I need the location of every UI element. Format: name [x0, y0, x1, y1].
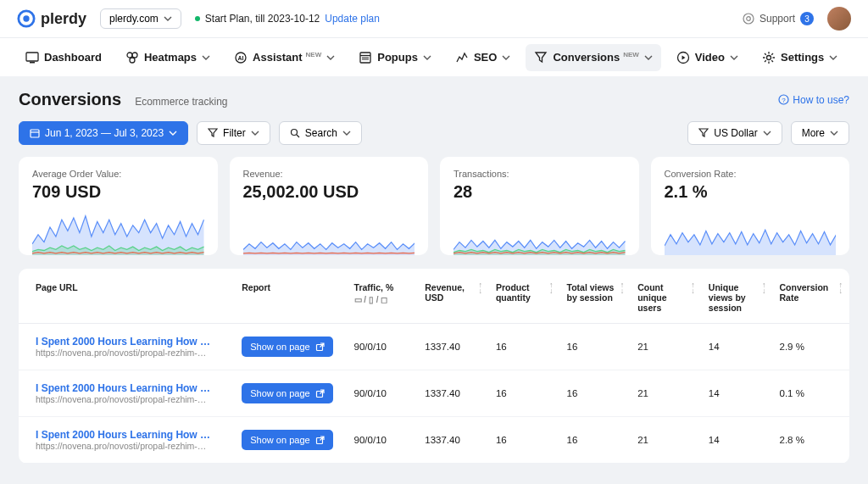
show-on-page-button[interactable]: Show on page	[242, 430, 332, 450]
cell-cr: 0.1 %	[773, 370, 849, 417]
chevron-down-icon	[326, 53, 335, 62]
svg-point-21	[291, 130, 297, 136]
chevron-down-icon	[169, 129, 177, 137]
page-url: https://novena.pro/novosti/propal-rezhim…	[36, 441, 214, 451]
metric-value: 28	[453, 182, 626, 202]
heatmaps-icon	[125, 51, 139, 64]
chevron-down-icon	[763, 129, 771, 137]
page-link[interactable]: I Spent 2000 Hours Learning How To Learn…	[36, 336, 214, 348]
dashboard-icon	[25, 51, 39, 64]
metric-card: Conversion Rate: 2.1 %	[651, 157, 850, 255]
table-row: I Spent 2000 Hours Learning How To Learn…	[19, 324, 849, 370]
nav-dashboard[interactable]: Dashboard	[17, 44, 110, 71]
help-icon: ?	[778, 94, 789, 105]
svg-text:?: ?	[782, 97, 787, 104]
cell-views: 16	[560, 324, 632, 370]
seo-icon	[455, 51, 469, 64]
col-report[interactable]: Report	[235, 269, 347, 324]
search-button[interactable]: Search	[279, 121, 362, 145]
nav-settings[interactable]: Settings	[754, 44, 846, 71]
chevron-down-icon	[164, 14, 172, 23]
nav-video[interactable]: Video	[668, 44, 747, 71]
svg-point-16	[766, 55, 771, 59]
sparkline-chart	[243, 209, 415, 255]
support-link[interactable]: Support 3	[743, 12, 814, 25]
col-views[interactable]: Total views by session↑↓	[560, 269, 632, 324]
how-to-use-link[interactable]: ? How to use?	[778, 94, 849, 106]
metric-value: 25,002.00 USD	[243, 182, 415, 202]
filter-button[interactable]: Filter	[197, 121, 270, 145]
metric-card: Revenue: 25,002.00 USD	[230, 157, 429, 255]
external-link-icon	[315, 342, 325, 352]
nav-assistant[interactable]: AI Assistant NEW	[225, 44, 343, 71]
external-link-icon	[315, 436, 325, 445]
more-button[interactable]: More	[791, 121, 849, 145]
show-on-page-button[interactable]: Show on page	[242, 383, 332, 403]
svg-rect-4	[26, 53, 38, 61]
domain-selector[interactable]: plerdy.com	[100, 8, 181, 29]
nav-seo[interactable]: SEO	[447, 44, 519, 71]
cell-views: 16	[560, 370, 632, 417]
update-plan-link[interactable]: Update plan	[325, 13, 380, 25]
svg-point-7	[132, 53, 137, 58]
page-url: https://novena.pro/novosti/propal-rezhim…	[36, 394, 214, 404]
new-badge: NEW	[623, 51, 639, 58]
col-traffic[interactable]: Traffic, %▭ / ▯ / ◻	[348, 269, 419, 324]
metric-label: Conversion Rate:	[665, 169, 837, 179]
date-range-button[interactable]: Jun 1, 2023 — Jul 3, 2023	[19, 121, 188, 145]
sparkline-chart	[32, 209, 204, 255]
filter-icon	[208, 128, 218, 138]
page-subtitle: Ecommerce tracking	[135, 96, 227, 108]
page-title: Conversions	[19, 90, 121, 109]
svg-point-3	[747, 17, 751, 21]
chevron-down-icon	[423, 53, 431, 62]
metric-label: Average Order Value:	[32, 169, 204, 179]
page-link[interactable]: I Spent 2000 Hours Learning How To Learn…	[36, 382, 214, 394]
col-quantity[interactable]: Product quantity↑↓	[489, 269, 560, 324]
cell-quantity: 16	[489, 324, 560, 370]
svg-point-8	[130, 58, 135, 63]
chevron-down-icon	[830, 129, 838, 137]
nav-popups[interactable]: Popups	[350, 44, 440, 71]
page-link[interactable]: I Spent 2000 Hours Learning How To Learn…	[36, 429, 214, 441]
col-revenue[interactable]: Revenue, USD↑↓	[418, 269, 489, 324]
cell-cr: 2.9 %	[773, 324, 849, 370]
sparkline-chart	[665, 209, 837, 255]
cell-unique-views: 14	[702, 417, 773, 464]
show-on-page-button[interactable]: Show on page	[242, 337, 332, 357]
cell-users: 21	[631, 417, 702, 464]
col-url[interactable]: Page URL	[19, 269, 235, 324]
chevron-down-icon	[502, 53, 510, 62]
svg-rect-5	[30, 62, 35, 64]
filter-icon	[698, 128, 709, 138]
status-dot-icon	[195, 16, 200, 21]
metric-label: Transactions:	[453, 169, 626, 179]
new-badge: NEW	[306, 51, 322, 58]
conversions-icon	[534, 51, 548, 64]
cell-revenue: 1337.40	[418, 324, 489, 370]
chevron-down-icon	[342, 129, 351, 137]
logo[interactable]: plerdy	[17, 9, 86, 28]
cell-views: 16	[560, 417, 632, 464]
chevron-down-icon	[730, 53, 738, 62]
metric-value: 2.1 %	[665, 182, 837, 202]
nav-heatmaps[interactable]: Heatmaps	[117, 44, 219, 71]
cell-revenue: 1337.40	[418, 370, 489, 417]
avatar[interactable]	[827, 7, 851, 31]
support-icon	[743, 13, 754, 25]
cell-quantity: 16	[489, 370, 560, 417]
col-users[interactable]: Count unique users↑↓	[631, 269, 702, 324]
brand-text: plerdy	[41, 10, 86, 28]
cell-unique-views: 14	[702, 370, 773, 417]
metric-value: 709 USD	[32, 182, 204, 202]
page-url: https://novena.pro/novosti/propal-rezhim…	[36, 348, 214, 358]
col-cr[interactable]: Conversion Rate↑↓	[773, 269, 849, 324]
calendar-icon	[30, 128, 40, 138]
svg-point-2	[743, 14, 754, 24]
svg-point-6	[127, 53, 132, 58]
col-unique-views[interactable]: Unique views by session↑↓	[702, 269, 773, 324]
nav-conversions[interactable]: Conversions NEW	[526, 44, 660, 71]
cell-traffic: 90/0/10	[348, 417, 419, 464]
currency-button[interactable]: US Dollar	[687, 121, 782, 145]
table-row: I Spent 2000 Hours Learning How To Learn…	[19, 417, 849, 464]
